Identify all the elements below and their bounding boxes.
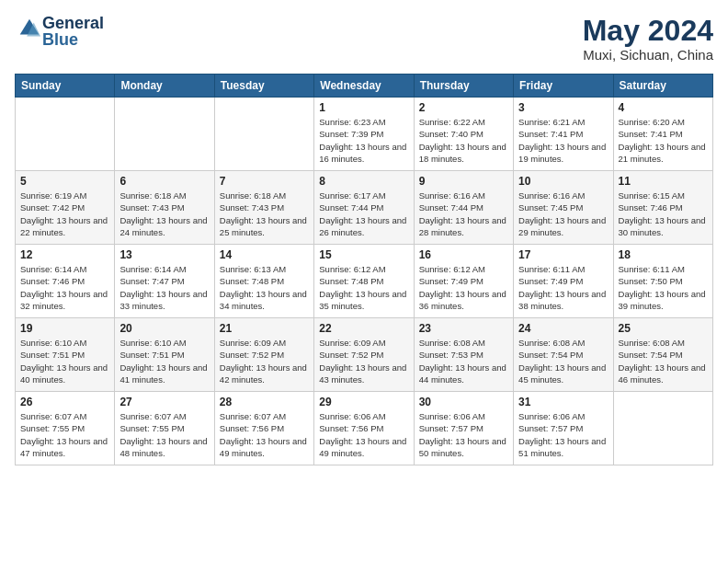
day-number: 31 (518, 396, 608, 408)
day-number: 29 (319, 396, 408, 408)
calendar-cell: 27Sunrise: 6:07 AMSunset: 7:55 PMDayligh… (115, 392, 214, 465)
calendar-cell: 10Sunrise: 6:16 AMSunset: 7:45 PMDayligh… (514, 171, 613, 245)
title-block: May 2024 Muxi, Sichuan, China (583, 15, 713, 63)
cell-content: Sunrise: 6:06 AMSunset: 7:57 PMDaylight:… (419, 410, 508, 459)
calendar-cell: 19Sunrise: 6:10 AMSunset: 7:51 PMDayligh… (16, 318, 115, 392)
cell-content: Sunrise: 6:13 AMSunset: 7:48 PMDaylight:… (220, 263, 309, 312)
month-title: May 2024 (583, 15, 713, 47)
calendar-cell: 20Sunrise: 6:10 AMSunset: 7:51 PMDayligh… (115, 318, 214, 392)
day-number: 15 (319, 248, 408, 261)
cell-content: Sunrise: 6:07 AMSunset: 7:56 PMDaylight:… (220, 410, 309, 459)
day-number: 16 (419, 248, 508, 261)
day-number: 27 (119, 396, 209, 408)
calendar-table: SundayMondayTuesdayWednesdayThursdayFrid… (15, 74, 713, 465)
cell-content: Sunrise: 6:18 AMSunset: 7:43 PMDaylight:… (220, 190, 309, 238)
calendar-cell: 1Sunrise: 6:23 AMSunset: 7:39 PMDaylight… (314, 98, 414, 171)
day-number: 4 (619, 101, 708, 114)
calendar-week-row: 12Sunrise: 6:14 AMSunset: 7:46 PMDayligh… (16, 245, 713, 318)
cell-content: Sunrise: 6:12 AMSunset: 7:48 PMDaylight:… (319, 263, 408, 312)
day-number: 2 (419, 101, 508, 114)
cell-content: Sunrise: 6:15 AMSunset: 7:46 PMDaylight:… (619, 190, 708, 238)
day-number: 6 (119, 175, 209, 188)
calendar-cell: 22Sunrise: 6:09 AMSunset: 7:52 PMDayligh… (314, 318, 414, 392)
day-number: 19 (20, 322, 109, 335)
day-number: 9 (419, 175, 508, 188)
logo: General Blue (15, 15, 104, 48)
calendar-week-row: 19Sunrise: 6:10 AMSunset: 7:51 PMDayligh… (16, 318, 713, 392)
weekday-header: Wednesday (314, 75, 414, 98)
cell-content: Sunrise: 6:20 AMSunset: 7:41 PMDaylight:… (619, 116, 708, 165)
cell-content: Sunrise: 6:06 AMSunset: 7:57 PMDaylight:… (518, 410, 608, 459)
cell-content: Sunrise: 6:21 AMSunset: 7:41 PMDaylight:… (518, 116, 608, 165)
weekday-header: Monday (115, 75, 214, 98)
weekday-header: Thursday (414, 75, 513, 98)
cell-content: Sunrise: 6:14 AMSunset: 7:47 PMDaylight:… (119, 263, 209, 312)
day-number: 22 (319, 322, 408, 335)
calendar-header-row: SundayMondayTuesdayWednesdayThursdayFrid… (16, 75, 713, 98)
day-number: 23 (419, 322, 508, 335)
cell-content: Sunrise: 6:09 AMSunset: 7:52 PMDaylight:… (319, 337, 408, 385)
day-number: 30 (419, 396, 508, 408)
cell-content: Sunrise: 6:09 AMSunset: 7:52 PMDaylight:… (220, 337, 309, 385)
calendar-cell: 8Sunrise: 6:17 AMSunset: 7:44 PMDaylight… (314, 171, 414, 245)
day-number: 7 (220, 175, 309, 188)
cell-content: Sunrise: 6:16 AMSunset: 7:44 PMDaylight:… (419, 190, 508, 238)
day-number: 26 (20, 396, 109, 408)
calendar-cell: 24Sunrise: 6:08 AMSunset: 7:54 PMDayligh… (514, 318, 613, 392)
calendar-week-row: 5Sunrise: 6:19 AMSunset: 7:42 PMDaylight… (16, 171, 713, 245)
calendar-cell (214, 98, 313, 171)
cell-content: Sunrise: 6:11 AMSunset: 7:49 PMDaylight:… (518, 263, 608, 312)
calendar-cell: 28Sunrise: 6:07 AMSunset: 7:56 PMDayligh… (214, 392, 313, 465)
day-number: 21 (220, 322, 309, 335)
weekday-header: Sunday (16, 75, 115, 98)
calendar-cell: 2Sunrise: 6:22 AMSunset: 7:40 PMDaylight… (414, 98, 513, 171)
cell-content: Sunrise: 6:11 AMSunset: 7:50 PMDaylight:… (619, 263, 708, 312)
calendar-cell: 4Sunrise: 6:20 AMSunset: 7:41 PMDaylight… (613, 98, 712, 171)
cell-content: Sunrise: 6:12 AMSunset: 7:49 PMDaylight:… (419, 263, 508, 312)
calendar-cell: 26Sunrise: 6:07 AMSunset: 7:55 PMDayligh… (16, 392, 115, 465)
day-number: 11 (619, 175, 708, 188)
day-number: 20 (119, 322, 209, 335)
day-number: 17 (518, 248, 608, 261)
cell-content: Sunrise: 6:10 AMSunset: 7:51 PMDaylight:… (20, 337, 109, 385)
weekday-header: Tuesday (214, 75, 313, 98)
day-number: 8 (319, 175, 408, 188)
logo-icon (17, 16, 42, 41)
calendar-cell: 23Sunrise: 6:08 AMSunset: 7:53 PMDayligh… (414, 318, 513, 392)
calendar-cell: 11Sunrise: 6:15 AMSunset: 7:46 PMDayligh… (613, 171, 712, 245)
day-number: 14 (220, 248, 309, 261)
cell-content: Sunrise: 6:14 AMSunset: 7:46 PMDaylight:… (20, 263, 109, 312)
day-number: 12 (20, 248, 109, 261)
cell-content: Sunrise: 6:23 AMSunset: 7:39 PMDaylight:… (319, 116, 408, 165)
calendar-cell: 30Sunrise: 6:06 AMSunset: 7:57 PMDayligh… (414, 392, 513, 465)
calendar-cell (16, 98, 115, 171)
calendar-cell: 29Sunrise: 6:06 AMSunset: 7:56 PMDayligh… (314, 392, 414, 465)
calendar-cell: 18Sunrise: 6:11 AMSunset: 7:50 PMDayligh… (613, 245, 712, 318)
calendar-cell: 12Sunrise: 6:14 AMSunset: 7:46 PMDayligh… (16, 245, 115, 318)
calendar-cell: 15Sunrise: 6:12 AMSunset: 7:48 PMDayligh… (314, 245, 414, 318)
cell-content: Sunrise: 6:07 AMSunset: 7:55 PMDaylight:… (119, 410, 209, 459)
day-number: 5 (20, 175, 109, 188)
day-number: 1 (319, 101, 408, 114)
logo-blue: Blue (42, 31, 104, 48)
location: Muxi, Sichuan, China (583, 47, 713, 63)
weekday-header: Saturday (613, 75, 712, 98)
page-header: General Blue May 2024 Muxi, Sichuan, Chi… (15, 15, 713, 63)
calendar-cell: 16Sunrise: 6:12 AMSunset: 7:49 PMDayligh… (414, 245, 513, 318)
cell-content: Sunrise: 6:16 AMSunset: 7:45 PMDaylight:… (518, 190, 608, 238)
cell-content: Sunrise: 6:08 AMSunset: 7:54 PMDaylight:… (619, 337, 708, 385)
day-number: 3 (518, 101, 608, 114)
day-number: 24 (518, 322, 608, 335)
calendar-cell (115, 98, 214, 171)
calendar-cell (613, 392, 712, 465)
calendar-cell: 25Sunrise: 6:08 AMSunset: 7:54 PMDayligh… (613, 318, 712, 392)
calendar-cell: 6Sunrise: 6:18 AMSunset: 7:43 PMDaylight… (115, 171, 214, 245)
day-number: 13 (119, 248, 209, 261)
calendar-cell: 9Sunrise: 6:16 AMSunset: 7:44 PMDaylight… (414, 171, 513, 245)
cell-content: Sunrise: 6:17 AMSunset: 7:44 PMDaylight:… (319, 190, 408, 238)
cell-content: Sunrise: 6:08 AMSunset: 7:54 PMDaylight:… (518, 337, 608, 385)
calendar-cell: 31Sunrise: 6:06 AMSunset: 7:57 PMDayligh… (514, 392, 613, 465)
calendar-cell: 14Sunrise: 6:13 AMSunset: 7:48 PMDayligh… (214, 245, 313, 318)
calendar-cell: 5Sunrise: 6:19 AMSunset: 7:42 PMDaylight… (16, 171, 115, 245)
day-number: 28 (220, 396, 309, 408)
